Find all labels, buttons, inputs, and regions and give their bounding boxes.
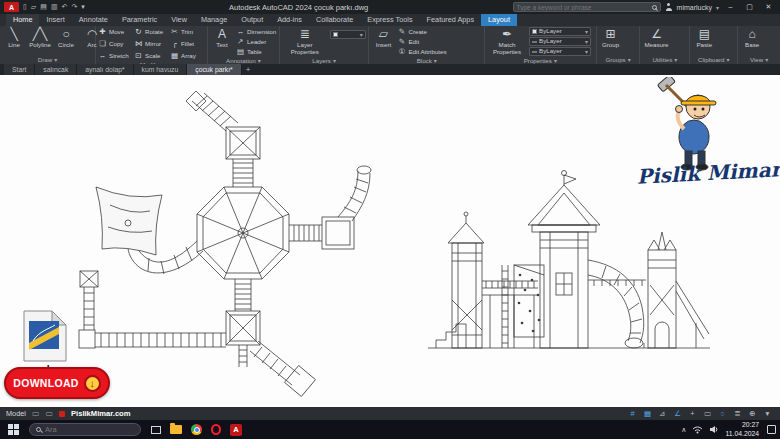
wifi-icon[interactable] bbox=[692, 425, 703, 434]
file-explorer-icon[interactable] bbox=[170, 425, 182, 434]
autocad-app-icon[interactable]: A bbox=[4, 2, 19, 12]
help-search-box[interactable] bbox=[513, 2, 661, 12]
new-drawing-tab-button[interactable]: + bbox=[242, 64, 255, 75]
line-button[interactable]: ╲Line bbox=[2, 27, 26, 50]
tab-insert[interactable]: Insert bbox=[39, 14, 71, 26]
panel-title-layers[interactable]: Layers▾ bbox=[282, 57, 367, 64]
tab-output[interactable]: Output bbox=[234, 14, 270, 26]
stretch-button[interactable]: ↔Stretch bbox=[98, 51, 133, 61]
paste-button[interactable]: ▤Paste bbox=[692, 27, 716, 50]
group-button[interactable]: ⊞Group bbox=[599, 27, 623, 50]
redo-icon[interactable]: ↷ bbox=[71, 2, 77, 12]
rotate-button[interactable]: ↻Rotate bbox=[134, 27, 169, 37]
doc-tab-salincak[interactable]: salıncak bbox=[35, 64, 77, 75]
dwg-file-icon[interactable] bbox=[20, 309, 70, 363]
plot-icon[interactable]: ▥ bbox=[51, 2, 58, 12]
isodraft-icon[interactable]: ⊿ bbox=[656, 408, 669, 419]
hardware-accel-icon[interactable]: ≣ bbox=[731, 408, 744, 419]
annotation-scale-icon[interactable]: ▭ bbox=[701, 408, 714, 419]
measure-button[interactable]: ∠Measure bbox=[642, 27, 670, 50]
polar-tracking-icon[interactable]: ∠ bbox=[671, 408, 684, 419]
save-icon[interactable]: ▤ bbox=[40, 2, 47, 12]
action-center-icon[interactable] bbox=[767, 425, 776, 434]
match-properties-button[interactable]: ✒Match Properties bbox=[487, 27, 527, 57]
new-file-icon[interactable]: ▯ bbox=[23, 2, 27, 12]
grid-toggle-icon[interactable]: # bbox=[626, 408, 639, 419]
circle-button[interactable]: ○Circle bbox=[54, 27, 78, 50]
volume-icon[interactable] bbox=[709, 425, 719, 434]
create-block-button[interactable]: ✎Create bbox=[397, 27, 446, 37]
panel-title-groups[interactable]: Groups▾ bbox=[599, 55, 638, 64]
mirror-button[interactable]: ⋈Mirror bbox=[134, 39, 169, 49]
customize-chevron-icon[interactable]: ▾ bbox=[761, 408, 774, 419]
dimension-button[interactable]: ↔Dimension bbox=[236, 27, 276, 37]
tab-collaborate[interactable]: Collaborate bbox=[309, 14, 360, 26]
user-menu-chevron-icon[interactable]: ▾ bbox=[716, 4, 719, 11]
model-tab[interactable]: Model bbox=[6, 409, 26, 418]
insert-button[interactable]: ▱Insert bbox=[371, 27, 395, 50]
tab-addins[interactable]: Add-ins bbox=[270, 14, 309, 26]
scale-button[interactable]: ⊡Scale bbox=[134, 51, 169, 61]
drawing-canvas[interactable]: Pislik Mimar .dwg DOWNLOAD ↓ bbox=[0, 75, 780, 407]
layer-properties-button[interactable]: ≣Layer Properties bbox=[282, 27, 328, 57]
doc-tab-aynali-dolap[interactable]: aynalı dolap* bbox=[77, 64, 133, 75]
download-button[interactable]: DOWNLOAD ↓ bbox=[4, 367, 110, 399]
maximize-button[interactable]: ▢ bbox=[742, 0, 757, 14]
copy-button[interactable]: ❏Copy bbox=[98, 39, 133, 49]
table-button[interactable]: ▤Table bbox=[236, 47, 276, 57]
tab-parametric[interactable]: Parametric bbox=[115, 14, 164, 26]
qat-more-icon[interactable]: ▾ bbox=[81, 2, 85, 12]
panel-title-annotation[interactable]: Annotation▾ bbox=[210, 57, 277, 64]
tab-annotate[interactable]: Annotate bbox=[72, 14, 115, 26]
panel-title-view[interactable]: View▾ bbox=[740, 55, 778, 64]
layout-sheet-icon[interactable]: ▭ bbox=[45, 409, 53, 418]
isolate-objects-icon[interactable]: ⊕ bbox=[746, 408, 759, 419]
move-button[interactable]: ✚Move bbox=[98, 27, 133, 37]
fillet-button[interactable]: ╭Fillet bbox=[170, 39, 205, 49]
undo-icon[interactable]: ↶ bbox=[62, 2, 68, 12]
autocad-taskbar-icon[interactable]: A bbox=[230, 424, 242, 436]
tab-view[interactable]: View bbox=[164, 14, 194, 26]
tab-featured-apps[interactable]: Featured Apps bbox=[420, 14, 481, 26]
signed-in-user[interactable]: mimarlucky bbox=[677, 4, 712, 11]
tab-manage[interactable]: Manage bbox=[194, 14, 234, 26]
taskbar-search-input[interactable] bbox=[45, 425, 142, 434]
chrome-icon[interactable] bbox=[191, 424, 202, 435]
tray-expand-icon[interactable]: ∧ bbox=[681, 426, 686, 434]
base-view-button[interactable]: ⌂Base bbox=[740, 27, 764, 50]
panel-title-utilities[interactable]: Utilities▾ bbox=[642, 55, 687, 64]
workspace-icon[interactable]: ○ bbox=[716, 408, 729, 419]
help-search-input[interactable] bbox=[517, 4, 649, 11]
linetype-dropdown[interactable]: ByLayer▾ bbox=[529, 47, 591, 56]
leader-button[interactable]: ↗Leader bbox=[236, 37, 276, 47]
object-color-dropdown[interactable]: ByLayer▾ bbox=[529, 27, 591, 36]
task-view-icon[interactable] bbox=[151, 426, 161, 434]
lineweight-dropdown[interactable]: ByLayer▾ bbox=[529, 37, 591, 46]
tab-layout[interactable]: Layout bbox=[481, 14, 517, 26]
opera-icon[interactable] bbox=[211, 424, 221, 435]
text-button[interactable]: AText bbox=[210, 27, 234, 50]
open-file-icon[interactable]: ▱ bbox=[31, 2, 36, 12]
doc-tab-start[interactable]: Start bbox=[4, 64, 35, 75]
trim-button[interactable]: ✂Trim bbox=[170, 27, 205, 37]
object-snap-icon[interactable]: + bbox=[686, 408, 699, 419]
layer-dropdown[interactable]: ▾ bbox=[330, 30, 366, 39]
close-button[interactable]: ✕ bbox=[761, 0, 776, 14]
model-space-icon[interactable]: ▭ bbox=[32, 409, 40, 418]
panel-title-block[interactable]: Block▾ bbox=[371, 57, 482, 64]
panel-title-draw[interactable]: Draw▾ bbox=[2, 55, 93, 64]
panel-title-clipboard[interactable]: Clipboard▾ bbox=[692, 55, 735, 64]
array-button[interactable]: ▦Array bbox=[170, 51, 205, 61]
minimize-button[interactable]: – bbox=[723, 0, 738, 14]
panel-title-properties[interactable]: Properties▾ bbox=[487, 57, 594, 64]
doc-tab-cocuk-parki[interactable]: çocuk parkı* bbox=[187, 64, 241, 75]
doc-tab-kum-havuzu[interactable]: kum havuzu bbox=[134, 64, 188, 75]
tab-express-tools[interactable]: Express Tools bbox=[360, 14, 419, 26]
tab-home[interactable]: Home bbox=[6, 14, 39, 26]
edit-attributes-button[interactable]: ①Edit Attributes bbox=[397, 47, 446, 57]
taskbar-clock[interactable]: 20:27 11.04.2024 bbox=[725, 421, 759, 438]
polyline-button[interactable]: ╱╲Polyline bbox=[28, 27, 52, 50]
edit-block-button[interactable]: ✎Edit bbox=[397, 37, 446, 47]
taskbar-search-box[interactable] bbox=[29, 423, 141, 436]
start-button[interactable] bbox=[8, 424, 19, 435]
